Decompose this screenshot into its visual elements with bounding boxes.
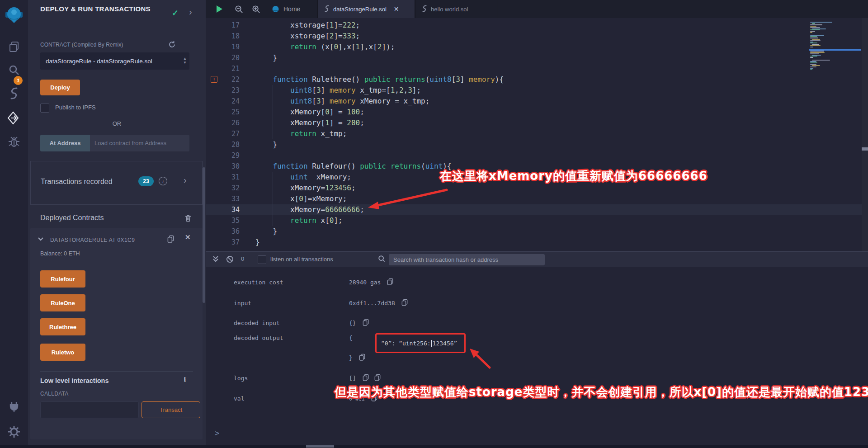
close-icon[interactable]: ✕ — [394, 5, 399, 13]
tab-datastoragerule[interactable]: dataStorageRule.sol ✕ — [317, 0, 415, 18]
tab-home[interactable]: Home — [283, 0, 300, 18]
terminal-row-value[interactable]: {} — [349, 320, 356, 326]
search-icon[interactable] — [0, 64, 28, 76]
minimap-line — [812, 23, 815, 24]
line-number: 17 — [206, 20, 240, 31]
function-button-ruleone[interactable]: RuleOne — [40, 294, 85, 311]
remix-home-icon[interactable] — [272, 0, 279, 18]
line-number: 19 — [206, 42, 240, 52]
code-text: } — [255, 237, 260, 248]
copy-icon[interactable] — [387, 278, 393, 287]
terminal-row-value[interactable]: [] — [349, 375, 356, 382]
panel-scrollbar[interactable] — [203, 167, 205, 303]
terminal-row-value[interactable]: } — [349, 354, 353, 361]
minimap-line — [812, 44, 819, 45]
copy-icon[interactable] — [374, 374, 381, 382]
terminal-row-value[interactable]: 28940 gas — [349, 279, 381, 286]
bottom-bar — [0, 445, 868, 448]
code-text: return (x[0],x[1],x[2]); — [255, 42, 395, 52]
collapse-chevron-icon[interactable] — [38, 235, 44, 243]
solidity-compiler-icon[interactable] — [0, 87, 28, 100]
function-button-rulefour[interactable]: Rulefour — [40, 270, 85, 288]
line-number: 35 — [206, 215, 240, 226]
settings-gear-icon[interactable] — [0, 425, 28, 439]
minimap-line — [810, 27, 820, 28]
terminal-row-label: execution cost — [234, 279, 349, 286]
code-line-22: 22! function Rulethree() public returns(… — [206, 74, 862, 85]
minimap-line — [810, 36, 817, 37]
terminal-row-value[interactable]: { — [349, 335, 353, 341]
info-icon[interactable]: i — [159, 177, 167, 185]
transactions-chevron-icon[interactable]: › — [184, 175, 187, 185]
clear-console-icon[interactable] — [226, 255, 234, 265]
low-level-interactions-label: Low level interactions — [40, 377, 109, 384]
line-number: 24 — [206, 96, 240, 107]
transactions-count-badge: 23 — [138, 176, 154, 186]
remix-ide-window: 1 — [0, 0, 868, 448]
transact-button[interactable]: Transact — [142, 401, 200, 418]
line-number: 21 — [206, 63, 240, 74]
deploy-run-icon[interactable] — [0, 111, 28, 126]
zoom-out-icon[interactable] — [235, 0, 243, 18]
terminal-row-logs: logs[] — [234, 374, 386, 382]
copy-icon[interactable] — [363, 374, 369, 382]
run-script-icon[interactable] — [216, 0, 223, 18]
terminal-prompt[interactable]: > — [215, 429, 219, 438]
code-line-21: 21 — [206, 63, 862, 74]
calldata-label: CALLDATA — [40, 391, 69, 397]
code-text: xstorage[2]=333; — [255, 31, 360, 42]
trash-icon[interactable] — [184, 214, 192, 224]
tab-hello-world[interactable]: hello world.sol — [415, 0, 497, 18]
editor-scrollbar[interactable] — [862, 18, 868, 251]
function-button-rulethree[interactable]: Rulethree — [40, 318, 85, 335]
solidity-file-icon — [422, 5, 427, 14]
copy-address-icon[interactable] — [167, 235, 174, 245]
activity-bar: 1 — [0, 0, 28, 448]
contract-select[interactable]: dataStorageRule - dataStorageRule.sol ▲▼ — [40, 52, 189, 70]
ok-check-icon: ✓ — [172, 8, 179, 18]
code-editor[interactable]: 17 xstorage[1]=222;18 xstorage[2]=333;19… — [206, 18, 862, 251]
warning-icon[interactable]: ! — [211, 76, 217, 83]
terminal: 0 listen on all transactions execution c… — [206, 251, 868, 445]
file-explorer-icon[interactable] — [0, 41, 28, 52]
code-line-29: 29 — [206, 150, 862, 161]
publish-ipfs-checkbox[interactable] — [40, 104, 49, 113]
copy-icon[interactable] — [401, 299, 408, 307]
minimap-line — [810, 32, 812, 33]
expand-terminal-icon[interactable] — [212, 255, 219, 264]
code-line-20: 20 } — [206, 52, 862, 63]
indent-guide — [273, 85, 273, 139]
editor-minimap[interactable] — [809, 22, 861, 76]
copy-icon[interactable] — [359, 354, 365, 362]
at-address-button[interactable]: At Address — [40, 135, 90, 151]
function-button-ruletwo[interactable]: Ruletwo — [40, 344, 85, 361]
recompile-icon[interactable] — [168, 41, 176, 50]
terminal-row-value[interactable]: 0xdf1...7dd38 — [349, 300, 395, 307]
at-address-input[interactable] — [90, 135, 189, 151]
line-number: 27 — [206, 128, 240, 139]
terminal-search-input[interactable] — [389, 254, 545, 265]
code-line-18: 18 xstorage[2]=333; — [206, 31, 862, 42]
minimap-current-line — [809, 49, 861, 51]
editor-scrollbar-thumb[interactable] — [862, 147, 868, 151]
code-line-34: 34 xMemory=66666666; — [206, 204, 862, 215]
decoded-output-value[interactable]: “0”: “uint256: — [381, 340, 431, 347]
plugin-manager-icon[interactable] — [0, 401, 28, 413]
panel-chevron-right-icon[interactable]: › — [189, 7, 192, 17]
copy-icon[interactable] — [363, 319, 369, 327]
line-number: 23 — [206, 85, 240, 96]
line-number: 34 — [206, 204, 240, 215]
remix-logo[interactable] — [0, 5, 28, 24]
editor-tab-bar: Home dataStorageRule.sol ✕ hello world.s… — [206, 0, 868, 18]
close-contract-icon[interactable]: ✕ — [185, 233, 191, 241]
terminal-row-decoded-input: decoded input{} — [234, 319, 374, 327]
code-line-17: 17 xstorage[1]=222; — [206, 20, 862, 31]
debugger-icon[interactable] — [0, 136, 28, 148]
listen-checkbox[interactable] — [258, 255, 266, 264]
deploy-button[interactable]: Deploy — [40, 80, 80, 95]
tab-label: hello world.sol — [431, 6, 468, 13]
horizontal-scrollbar-thumb[interactable] — [306, 445, 334, 448]
code-line-19: 19 return (x[0],x[1],x[2]); — [206, 42, 862, 52]
zoom-in-icon[interactable] — [252, 0, 260, 18]
calldata-input[interactable] — [40, 401, 139, 418]
